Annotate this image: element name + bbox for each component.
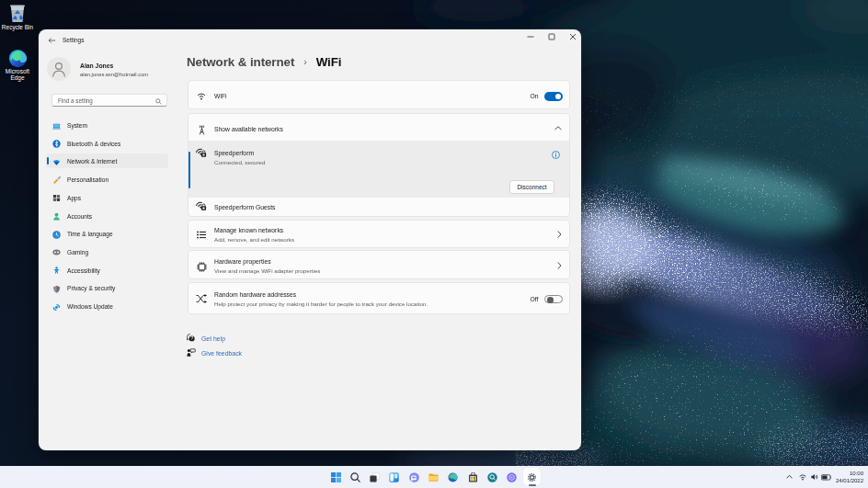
svg-text:?: ? (190, 335, 193, 341)
